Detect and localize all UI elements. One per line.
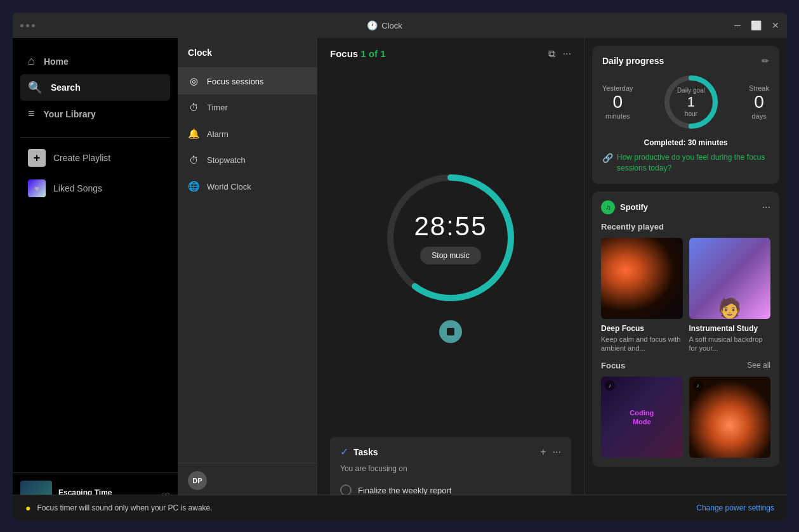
main-window: 🕐 Clock ─ ⬜ ✕ ⌂ Home 🔍 Search ≡: [13, 13, 787, 520]
daily-progress-edit[interactable]: ✏: [762, 56, 769, 66]
title-bar-controls: ─ ⬜ ✕: [734, 20, 779, 30]
liked-songs-label: Liked Songs: [53, 183, 102, 193]
liked-songs-icon: ♥: [28, 179, 46, 197]
timer-container: 28:55 Stop music: [317, 67, 584, 437]
coding-mode-text: CodingMode: [630, 408, 654, 427]
spotify-brand: ♫ Spotify: [601, 200, 648, 214]
instrumental-title: Instrumental Study: [689, 324, 771, 333]
focus-section-title: Focus: [601, 361, 625, 370]
spotify-nav: ⌂ Home 🔍 Search ≡ Your Library: [13, 38, 178, 132]
streak-value: 0: [749, 92, 769, 112]
fullscreen-button[interactable]: ⧉: [548, 48, 555, 60]
clock-menu-stopwatch[interactable]: ⏱ Stopwatch: [178, 147, 317, 173]
spotify-more-button[interactable]: ···: [762, 202, 770, 213]
question-icon: 🔗: [602, 153, 613, 163]
sidebar-item-library[interactable]: ≡ Your Library: [20, 101, 170, 127]
clock-menu-focus-sessions[interactable]: ◎ Focus sessions: [178, 68, 317, 94]
create-playlist-icon: +: [28, 149, 46, 167]
deep-focus-card[interactable]: Deep Focus Keep calm and focus with ambi…: [601, 238, 683, 353]
clock-menu-alarm[interactable]: 🔔 Alarm: [178, 120, 317, 147]
sidebar-divider: [20, 137, 170, 138]
dot-3: [32, 24, 35, 27]
music-cards: Deep Focus Keep calm and focus with ambi…: [601, 238, 770, 353]
goal-ring-inner: Daily goal 1 hour: [677, 87, 705, 117]
timer-time: 28:55: [414, 211, 487, 242]
focus-sessions-icon: ◎: [188, 75, 199, 87]
dot-2: [26, 24, 29, 27]
focus-sessions-label: Focus sessions: [207, 77, 264, 86]
yesterday-label: Yesterday: [602, 84, 633, 92]
main-layout: ⌂ Home 🔍 Search ≡ Your Library + Create …: [13, 38, 787, 520]
yesterday-value: 0: [602, 92, 633, 112]
clock-sidebar-footer: DP: [178, 463, 317, 498]
instrumental-thumbnail: 🧑: [689, 238, 771, 320]
yesterday-stat: Yesterday 0 minutes: [602, 84, 633, 120]
clock-sidebar-title: Clock: [188, 48, 212, 58]
see-all-link[interactable]: See all: [747, 361, 770, 370]
stop-music-button[interactable]: Stop music: [420, 247, 480, 264]
liked-songs-item[interactable]: ♥ Liked Songs: [20, 173, 170, 204]
streak-stat: Streak 0 days: [749, 84, 769, 120]
create-playlist-item[interactable]: + Create Playlist: [20, 143, 170, 173]
recently-played-label: Recently played: [601, 222, 770, 231]
focus-header: Focus 1 of 1 ⧉ ···: [317, 38, 584, 67]
coding-mode-card[interactable]: CodingMode ♪: [601, 377, 683, 458]
world-clock-label: World Clock: [207, 182, 251, 191]
focus-area: Focus 1 of 1 ⧉ ··· 28:55 Stop music: [317, 38, 584, 520]
stop-circle-button[interactable]: [439, 320, 462, 343]
close-button[interactable]: ✕: [772, 20, 779, 30]
coding-mode-thumbnail: CodingMode ♪: [601, 377, 683, 458]
streak-label: Streak: [749, 84, 769, 92]
deep-focus-art: [601, 238, 683, 320]
productivity-question[interactable]: 🔗 How productive do you feel during the …: [602, 152, 769, 174]
spotify-brand-name: Spotify: [620, 202, 648, 212]
change-power-settings-link[interactable]: Change power settings: [696, 503, 774, 512]
tasks-check-icon: ✓: [340, 446, 348, 458]
daily-goal-unit: hour: [677, 110, 705, 117]
maximize-button[interactable]: ⬜: [751, 20, 762, 30]
library-icon: ≡: [28, 107, 35, 120]
deep-focus-2-thumbnail: ♪: [689, 377, 771, 458]
clock-menu-timer[interactable]: ⏱ Timer: [178, 94, 317, 120]
alarm-icon: 🔔: [188, 128, 199, 139]
clock-menu-world-clock[interactable]: 🌐 World Clock: [178, 173, 317, 200]
title-bar-center: 🕐 Clock: [367, 20, 402, 30]
notification-bar: ● Focus timer will sound only when your …: [13, 495, 787, 520]
dot-1: [20, 24, 23, 27]
daily-progress-header: Daily progress ✏: [602, 56, 769, 66]
home-icon: ⌂: [28, 55, 35, 68]
minimize-button[interactable]: ─: [734, 20, 741, 30]
focus-label-row: Focus See all: [601, 361, 770, 370]
alarm-label: Alarm: [207, 129, 228, 139]
timer-label: Timer: [207, 103, 228, 112]
library-section: + Create Playlist ♥ Liked Songs: [13, 143, 178, 204]
daily-progress: Daily progress ✏ Yesterday 0 minutes: [592, 46, 779, 184]
clock-icon: 🕐: [367, 20, 378, 30]
sidebar-item-home[interactable]: ⌂ Home: [20, 48, 170, 74]
focus-title: Focus 1 of 1: [330, 48, 386, 60]
stop-square-icon: [447, 328, 454, 335]
timer-icon: ⏱: [188, 102, 199, 113]
tasks-label: Tasks: [353, 447, 378, 457]
task-text: Finalize the weekly report: [358, 486, 451, 495]
tasks-header-left: ✓ Tasks: [340, 446, 378, 458]
instrumental-study-card[interactable]: 🧑 Instrumental Study A soft musical back…: [689, 238, 771, 353]
completed-text: Completed: 30 minutes: [602, 138, 769, 147]
focusing-text: You are focusing on: [340, 464, 561, 473]
deep-focus-2-badge: ♪: [693, 380, 703, 391]
coding-badge: ♪: [605, 380, 615, 391]
tasks-more-button[interactable]: ···: [553, 446, 561, 458]
notification-text: Focus timer will sound only when your PC…: [37, 503, 690, 512]
focus-cards: CodingMode ♪ ♪: [601, 377, 770, 458]
tasks-add-button[interactable]: +: [540, 446, 546, 458]
world-clock-icon: 🌐: [188, 181, 199, 192]
sidebar-item-search-label: Search: [51, 82, 81, 93]
sidebar-item-library-label: Your Library: [44, 109, 96, 119]
daily-progress-title: Daily progress: [602, 56, 664, 66]
timer-ring: 28:55 Stop music: [381, 168, 520, 308]
deep-focus-2-card[interactable]: ♪: [689, 377, 771, 458]
stopwatch-icon: ⏱: [188, 155, 199, 165]
deep-focus-desc: Keep calm and focus with ambient and...: [601, 335, 683, 353]
focus-more-button[interactable]: ···: [563, 48, 571, 60]
sidebar-item-search[interactable]: 🔍 Search: [20, 74, 170, 101]
